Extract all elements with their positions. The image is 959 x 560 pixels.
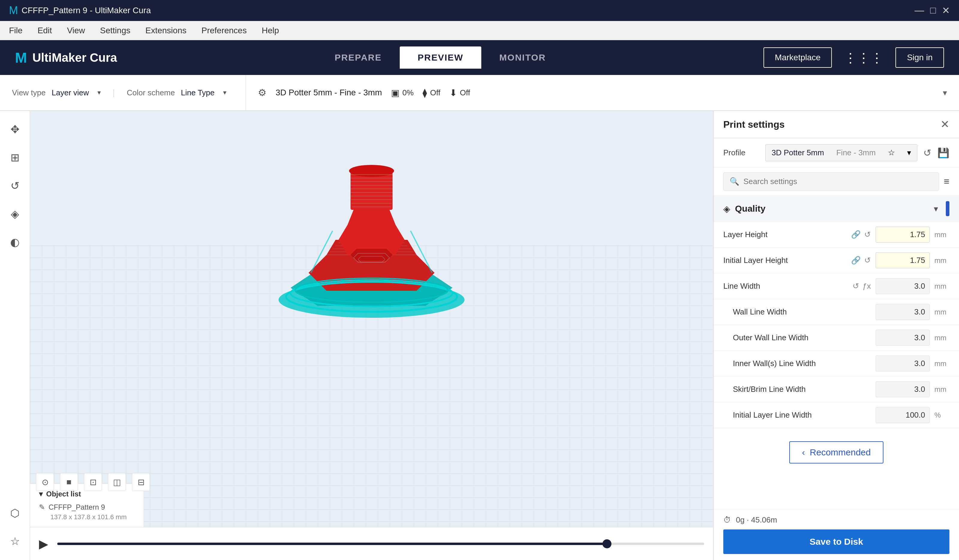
skirt-brim-line-width-label: Skirt/Brim Line Width <box>733 385 871 394</box>
printer-expand-arrow[interactable]: ▾ <box>943 88 947 98</box>
color-scheme-dropdown[interactable]: ▾ <box>223 89 226 97</box>
chevron-down-icon[interactable]: ▾ <box>39 490 43 498</box>
profile-selector[interactable]: 3D Potter 5mm Fine - 3mm ☆ ▾ <box>765 144 917 161</box>
signin-button[interactable]: Sign in <box>895 48 944 68</box>
close-settings-button[interactable]: ✕ <box>940 118 949 131</box>
menu-help[interactable]: Help <box>262 26 279 35</box>
quality-section-header[interactable]: ◈ Quality ▾ <box>714 196 959 222</box>
titlebar-app-info: M CFFFP_Pattern 9 - UltiMaker Cura <box>9 4 151 17</box>
slider-fill <box>57 542 607 545</box>
settings-menu-icon[interactable]: ≡ <box>944 176 949 187</box>
view-type-label: View type <box>12 88 46 97</box>
marketplace-button[interactable]: Marketplace <box>763 48 832 68</box>
tool-rotate[interactable]: ↺ <box>5 176 25 196</box>
tab-preview[interactable]: PREVIEW <box>400 46 481 68</box>
tool-mirror[interactable]: ◈ <box>5 204 25 224</box>
line-width-label: Line Width <box>723 282 848 291</box>
star-icon[interactable]: ☆ <box>888 148 895 158</box>
layer-height-actions: 🔗 ↺ <box>851 230 871 239</box>
layer-slider-horizontal[interactable] <box>57 542 704 545</box>
settings-scroll: ◈ Quality ▾ Layer Height 🔗 ↺ mm <box>714 196 959 509</box>
reset-profile-button[interactable]: ↺ <box>923 147 932 159</box>
perspective-icon[interactable]: ⊙ <box>36 473 54 491</box>
print-settings-title: Print settings <box>723 119 784 130</box>
menu-extensions[interactable]: Extensions <box>145 26 186 35</box>
save-to-disk-button[interactable]: Save to Disk <box>723 530 949 554</box>
inner-wall-line-width-unit: mm <box>934 360 949 368</box>
menu-preferences[interactable]: Preferences <box>202 26 247 35</box>
outer-wall-line-width-input[interactable] <box>876 330 930 346</box>
slider-thumb[interactable] <box>602 539 612 548</box>
menu-file[interactable]: File <box>9 26 22 35</box>
quality-chevron[interactable]: ▾ <box>934 204 938 214</box>
initial-layer-height-actions: 🔗 ↺ <box>851 256 871 265</box>
svg-marker-10 <box>347 210 395 240</box>
3d-object <box>267 126 476 336</box>
profile-name: 3D Potter 5mm <box>772 148 824 158</box>
nav-right: Marketplace ⋮⋮⋮ Sign in <box>763 48 944 68</box>
tab-monitor[interactable]: MONITOR <box>481 46 564 68</box>
initial-layer-height-input[interactable] <box>876 253 930 268</box>
app-logo: M UltiMaker Cura <box>15 49 117 66</box>
view-type-dropdown[interactable]: ▾ <box>97 89 101 97</box>
xray-icon[interactable]: ◫ <box>108 473 126 491</box>
save-profile-button[interactable]: 💾 <box>937 147 949 159</box>
print-settings-header: Print settings ✕ <box>714 111 959 138</box>
tool-extra[interactable]: ☆ <box>5 532 25 551</box>
clock-icon: ⏱ <box>723 515 731 525</box>
object-icons: ⊙ ■ ⊡ ◫ ⊟ <box>36 473 150 491</box>
initial-layer-line-width-input[interactable] <box>876 407 930 423</box>
play-button[interactable]: ▶ <box>39 537 48 551</box>
wall-line-width-input[interactable] <box>876 304 930 320</box>
tool-per-model[interactable]: ⬡ <box>5 504 25 523</box>
fx-line-width[interactable]: ƒx <box>863 282 871 291</box>
search-input[interactable] <box>743 177 933 186</box>
reset-layer-height[interactable]: ↺ <box>864 230 871 239</box>
profile-dropdown-arrow[interactable]: ▾ <box>907 148 911 158</box>
skirt-brim-line-width-input[interactable] <box>876 381 930 397</box>
line-width-unit: mm <box>934 282 949 291</box>
menubar: File Edit View Settings Extensions Prefe… <box>0 21 959 40</box>
layer-view-icon[interactable]: ⊟ <box>132 473 150 491</box>
action-area: ⏱ 0g · 45.06m Save to Disk <box>714 509 959 560</box>
minimize-button[interactable]: — <box>914 5 924 16</box>
grid-icon[interactable]: ⋮⋮⋮ <box>844 50 883 65</box>
profile-label: Profile <box>723 148 759 158</box>
wireframe-icon[interactable]: ⊡ <box>84 473 102 491</box>
support-icon: ⧫ <box>422 88 427 98</box>
layer-height-input[interactable] <box>876 227 930 242</box>
menu-view[interactable]: View <box>67 26 85 35</box>
svg-point-12 <box>349 165 394 177</box>
maximize-button[interactable]: □ <box>930 5 936 16</box>
tab-prepare[interactable]: PREPARE <box>317 46 400 68</box>
recommended-button[interactable]: ‹ Recommended <box>789 441 883 463</box>
solid-view-icon[interactable]: ■ <box>60 473 78 491</box>
reset-line-width[interactable]: ↺ <box>852 282 859 291</box>
link-icon-initial[interactable]: 🔗 <box>851 256 861 265</box>
chevron-left-icon: ‹ <box>802 447 805 458</box>
setting-initial-layer-height: Initial Layer Height 🔗 ↺ mm <box>714 248 959 274</box>
tool-scale[interactable]: ⊞ <box>5 148 25 167</box>
setting-skirt-brim-line-width: Skirt/Brim Line Width mm <box>714 377 959 402</box>
edit-icon[interactable]: ✎ <box>39 503 45 511</box>
printer-name: 3D Potter 5mm - Fine - 3mm <box>276 88 382 97</box>
close-button[interactable]: ✕ <box>942 5 950 16</box>
link-icon-layer-height[interactable]: 🔗 <box>851 230 861 239</box>
tool-support[interactable]: ◐ <box>5 232 25 252</box>
layer-height-unit: mm <box>934 231 949 239</box>
quality-indicator <box>946 201 949 216</box>
line-width-input[interactable] <box>876 278 930 294</box>
tool-move[interactable]: ✥ <box>5 120 25 139</box>
search-row: 🔍 ≡ <box>714 167 959 196</box>
logo-text: UltiMaker Cura <box>32 51 117 64</box>
setting-inner-wall-line-width: Inner Wall(s) Line Width mm <box>714 351 959 377</box>
wall-line-width-label: Wall Line Width <box>733 307 871 317</box>
app-logo-icon: M <box>9 4 18 17</box>
inner-wall-line-width-input[interactable] <box>876 356 930 371</box>
reset-initial[interactable]: ↺ <box>864 256 871 265</box>
viewport: X Y Z ▾ Object list ✎ CFFFP_Pattern 9 13… <box>30 111 713 560</box>
menu-edit[interactable]: Edit <box>37 26 52 35</box>
initial-layer-line-width-unit: % <box>934 411 949 419</box>
menu-settings[interactable]: Settings <box>100 26 131 35</box>
toolbar-left: View type Layer view ▾ | Color scheme Li… <box>0 75 246 110</box>
